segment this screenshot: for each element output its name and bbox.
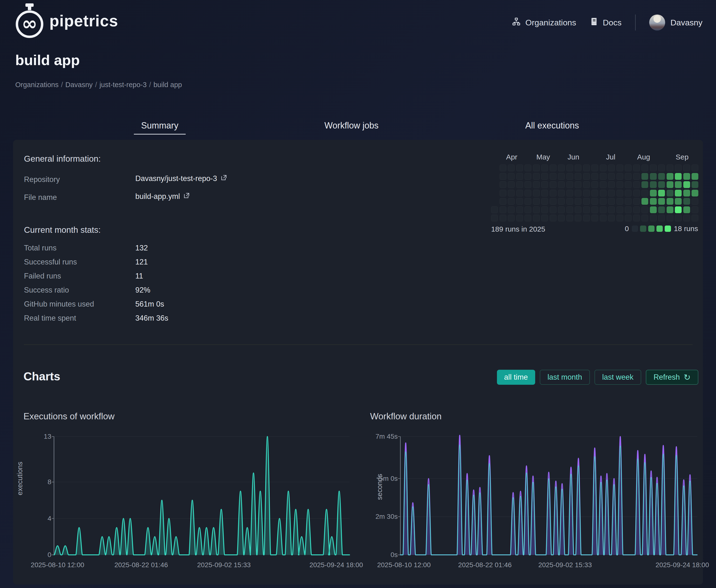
brand[interactable]: ∞ pipetrics: [15, 3, 118, 39]
file-name-link-text: build-app.yml: [135, 192, 180, 201]
heatmap-cell: [692, 206, 698, 213]
user-menu[interactable]: Davasny: [649, 15, 702, 30]
heatmap-cell: [499, 181, 506, 188]
repository-link[interactable]: Davasny/just-test-repo-3: [135, 174, 227, 183]
heatmap-cell: [550, 173, 556, 180]
heatmap-cell: [683, 181, 690, 188]
heatmap-cell: [667, 215, 673, 222]
heatmap-cell: [675, 215, 682, 222]
heatmap-cell: [516, 190, 523, 196]
stats-value: 132: [135, 244, 148, 252]
file-name-label: File name: [24, 193, 57, 202]
heatmap-cell: [508, 215, 515, 222]
heatmap-cell: [567, 198, 573, 205]
y-tick-label: 4: [13, 515, 51, 522]
tab-summary[interactable]: Summary: [141, 121, 178, 131]
org-chart-icon: [512, 17, 521, 28]
breadcrumb-separator: /: [147, 81, 154, 88]
heatmap-cell: [608, 206, 615, 213]
heatmap-cell: [567, 173, 573, 180]
heatmap-cell: [625, 206, 632, 213]
heatmap-cell: [541, 206, 548, 213]
filter-last-month[interactable]: last month: [540, 370, 590, 385]
heatmap-cell: [575, 181, 581, 188]
tab-workflow-jobs[interactable]: Workflow jobs: [324, 121, 379, 131]
heatmap-cell: [633, 215, 640, 222]
heatmap-cell: [608, 165, 615, 171]
heatmap-month-label: Aug: [637, 153, 650, 161]
heatmap-cell: [683, 215, 690, 222]
heatmap-cell: [541, 198, 548, 205]
refresh-button[interactable]: Refresh↻: [646, 370, 698, 385]
page-title: build app: [15, 52, 80, 68]
heatmap-cell: [541, 190, 548, 196]
heatmap-cell: [516, 215, 523, 222]
heatmap-cell: [600, 206, 607, 213]
stats-row: Successful runs121: [24, 255, 168, 269]
heatmap-cell: [583, 190, 590, 196]
heatmap-cell: [583, 215, 590, 222]
tab-all-executions[interactable]: All executions: [525, 121, 579, 131]
repository-link-text: Davasny/just-test-repo-3: [135, 174, 217, 183]
stats-row: Failed runs11: [24, 269, 168, 283]
heatmap-cell: [550, 215, 556, 222]
heatmap-cell: [567, 215, 573, 222]
nav-docs-label: Docs: [603, 18, 621, 27]
executions-chart-plot: [54, 437, 349, 555]
heatmap-cell: [675, 198, 682, 205]
heatmap-cell: [525, 190, 531, 196]
heatmap-cell: [616, 190, 623, 196]
heatmap-cell: [491, 206, 498, 213]
stats-row: GitHub minutes used561m 0s: [24, 297, 168, 311]
y-tick-label: 0s: [359, 551, 398, 559]
heatmap-cell: [499, 190, 506, 196]
heatmap-cell: [567, 181, 573, 188]
breadcrumb-item[interactable]: just-test-repo-3: [100, 81, 147, 88]
stats-label: GitHub minutes used: [24, 300, 135, 309]
heatmap-cell: [516, 165, 523, 171]
nav-docs[interactable]: Docs: [590, 17, 621, 28]
heatmap-cell: [608, 181, 615, 188]
heatmap-cell: [575, 198, 581, 205]
heatmap-cell: [675, 173, 682, 180]
external-link-icon: [221, 174, 227, 183]
heatmap-summary: 189 runs in 2025: [491, 225, 545, 233]
active-tab-underline: [134, 134, 186, 134]
heatmap-cell: [499, 198, 506, 205]
filter-all-time[interactable]: all time: [497, 370, 535, 385]
x-tick-label: 2025-09-02 15:33: [538, 561, 592, 569]
heatmap-cell: [567, 165, 573, 171]
refresh-label: Refresh: [654, 373, 680, 382]
heatmap-cell: [641, 165, 648, 171]
heatmap-cell: [508, 173, 515, 180]
heatmap-cell: [641, 198, 648, 205]
breadcrumb-separator: /: [59, 81, 65, 88]
heatmap-cell: [600, 173, 607, 180]
heatmap-cell: [541, 215, 548, 222]
nav-organizations[interactable]: Organizations: [512, 17, 576, 28]
heatmap-cell: [591, 173, 598, 180]
heatmap-cell: [533, 206, 540, 213]
x-tick-label: 2025-09-02 15:33: [197, 561, 251, 569]
heatmap-cell: [667, 206, 673, 213]
heatmap-cell: [516, 198, 523, 205]
heatmap-month-label: Sep: [676, 153, 689, 161]
heatmap-cell: [625, 181, 632, 188]
heatmap-cell: [616, 198, 623, 205]
heatmap-cell: [658, 206, 665, 213]
heatmap-cell: [675, 165, 682, 171]
breadcrumb-item[interactable]: build app: [154, 81, 182, 88]
heatmap-cell: [550, 165, 556, 171]
breadcrumb-item[interactable]: Organizations: [15, 81, 59, 88]
heatmap-cell: [575, 190, 581, 196]
heatmap-month-label: Jun: [568, 153, 579, 161]
legend-min-label: 0: [625, 225, 629, 233]
y-tick-label: 2m 30s: [359, 513, 398, 521]
heatmap-cell: [667, 198, 673, 205]
heatmap-cell: [616, 165, 623, 171]
filter-last-week[interactable]: last week: [594, 370, 641, 385]
heatmap-cell: [550, 190, 556, 196]
file-name-link[interactable]: build-app.yml: [135, 192, 190, 201]
breadcrumb-item[interactable]: Davasny: [65, 81, 93, 88]
nav-organizations-label: Organizations: [525, 18, 576, 27]
